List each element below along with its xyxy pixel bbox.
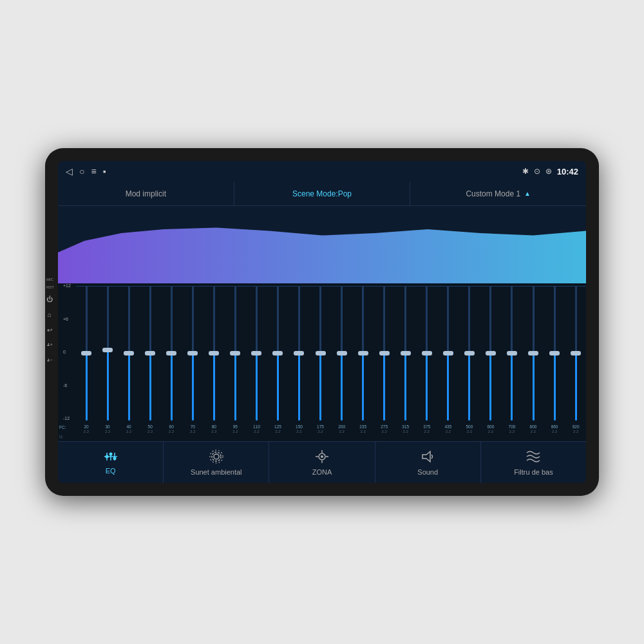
slider-thumb[interactable] bbox=[124, 351, 134, 355]
mode-tab-scene[interactable]: Scene Mode:Pop bbox=[234, 182, 411, 205]
slider-track[interactable] bbox=[277, 286, 279, 421]
mode-tabs: Mod implicit Scene Mode:Pop Custom Mode … bbox=[58, 182, 586, 206]
freq-value: 800 bbox=[530, 424, 537, 430]
slider-thumb[interactable] bbox=[251, 351, 261, 355]
slider-track[interactable] bbox=[447, 286, 449, 421]
slider-track[interactable] bbox=[362, 286, 364, 421]
slider-track[interactable] bbox=[86, 286, 88, 421]
slider-fill bbox=[554, 354, 556, 421]
slider-col[interactable] bbox=[97, 283, 118, 423]
slider-thumb[interactable] bbox=[379, 351, 390, 355]
nav-filtru[interactable]: Filtru de bas bbox=[481, 442, 586, 483]
slider-track[interactable] bbox=[341, 286, 343, 421]
slider-thumb[interactable] bbox=[528, 351, 538, 355]
slider-track[interactable] bbox=[256, 286, 258, 421]
slider-thumb[interactable] bbox=[102, 348, 113, 352]
slider-thumb[interactable] bbox=[230, 351, 240, 355]
slider-col[interactable] bbox=[523, 283, 544, 423]
slider-track[interactable] bbox=[319, 286, 321, 421]
menu-nav-button[interactable]: ≡ bbox=[91, 166, 96, 176]
slider-col[interactable] bbox=[395, 283, 416, 423]
slider-track[interactable] bbox=[298, 286, 300, 421]
slider-track[interactable] bbox=[533, 286, 535, 421]
slider-col[interactable] bbox=[267, 283, 288, 423]
slider-track[interactable] bbox=[554, 286, 556, 421]
slider-col[interactable] bbox=[118, 283, 139, 423]
slider-thumb[interactable] bbox=[145, 351, 155, 355]
slider-thumb[interactable] bbox=[422, 351, 432, 355]
mode-tab-custom[interactable]: Custom Mode 1 ▲ bbox=[410, 182, 586, 205]
slider-col[interactable] bbox=[161, 283, 182, 423]
slider-track[interactable] bbox=[404, 286, 406, 421]
slider-track[interactable] bbox=[128, 286, 130, 421]
slider-track[interactable] bbox=[575, 286, 577, 421]
slider-track[interactable] bbox=[192, 286, 194, 421]
slider-track[interactable] bbox=[489, 286, 491, 421]
slider-track[interactable] bbox=[234, 286, 236, 421]
mode-tab-implicit[interactable]: Mod implicit bbox=[58, 182, 234, 205]
nav-zona[interactable]: ZONA bbox=[269, 442, 375, 483]
slider-thumb[interactable] bbox=[486, 351, 496, 355]
slider-thumb[interactable] bbox=[316, 351, 326, 355]
slider-col[interactable] bbox=[438, 283, 459, 423]
slider-track[interactable] bbox=[171, 286, 173, 421]
slider-track[interactable] bbox=[426, 286, 428, 421]
slider-col[interactable] bbox=[140, 283, 160, 423]
slider-thumb[interactable] bbox=[443, 351, 453, 355]
slider-track[interactable] bbox=[383, 286, 385, 421]
slider-col[interactable] bbox=[246, 283, 267, 423]
power-button[interactable]: ⏻ bbox=[44, 293, 55, 305]
freq-labels-row: 202.2302.2402.2502.2602.2702.2802.2952.2… bbox=[76, 423, 586, 441]
slider-fill bbox=[426, 354, 428, 421]
slider-col[interactable] bbox=[480, 283, 501, 423]
slider-col[interactable] bbox=[289, 283, 309, 423]
svg-point-7 bbox=[214, 454, 219, 459]
recents-nav-button[interactable]: ▪ bbox=[103, 166, 106, 176]
slider-thumb[interactable] bbox=[187, 351, 198, 355]
nav-sound[interactable]: Sound bbox=[375, 442, 481, 483]
nav-eq[interactable]: EQ bbox=[58, 442, 164, 483]
home-nav-button[interactable]: ○ bbox=[79, 166, 84, 176]
slider-thumb[interactable] bbox=[209, 351, 219, 355]
slider-thumb[interactable] bbox=[81, 351, 91, 355]
freq-label-col: 702.2 bbox=[182, 423, 203, 441]
slider-col[interactable] bbox=[225, 283, 245, 423]
nav-sunet[interactable]: Sunet ambiental bbox=[164, 442, 269, 483]
slider-track[interactable] bbox=[468, 286, 470, 421]
slider-fill bbox=[234, 354, 236, 421]
slider-col[interactable] bbox=[417, 283, 437, 423]
slider-thumb[interactable] bbox=[549, 351, 560, 355]
slider-col[interactable] bbox=[459, 283, 480, 423]
freq-value: 30 bbox=[105, 424, 109, 430]
slider-fill bbox=[149, 354, 151, 421]
slider-col[interactable] bbox=[502, 283, 522, 423]
vol-up-button[interactable]: ⁴⁺ bbox=[44, 339, 55, 351]
slider-thumb[interactable] bbox=[571, 351, 581, 355]
slider-thumb[interactable] bbox=[166, 351, 176, 355]
slider-thumb[interactable] bbox=[358, 351, 368, 355]
back-side-button[interactable]: ↩ bbox=[44, 324, 55, 336]
slider-thumb[interactable] bbox=[464, 351, 475, 355]
slider-col[interactable] bbox=[332, 283, 352, 423]
slider-col[interactable] bbox=[353, 283, 374, 423]
slider-thumb[interactable] bbox=[294, 351, 304, 355]
slider-col[interactable] bbox=[310, 283, 331, 423]
slider-col[interactable] bbox=[374, 283, 395, 423]
slider-col[interactable] bbox=[182, 283, 203, 423]
slider-track[interactable] bbox=[511, 286, 513, 421]
freq-value: 235 bbox=[359, 424, 366, 430]
slider-thumb[interactable] bbox=[507, 351, 517, 355]
back-nav-button[interactable]: ◁ bbox=[66, 166, 73, 176]
slider-thumb[interactable] bbox=[337, 351, 347, 355]
vol-down-button[interactable]: ⁴⁻ bbox=[44, 355, 55, 366]
slider-thumb[interactable] bbox=[401, 351, 411, 355]
slider-track[interactable] bbox=[213, 286, 215, 421]
slider-thumb[interactable] bbox=[272, 351, 283, 355]
slider-col[interactable] bbox=[544, 283, 565, 423]
slider-col[interactable] bbox=[76, 283, 97, 423]
slider-col[interactable] bbox=[204, 283, 224, 423]
slider-col[interactable] bbox=[565, 283, 586, 423]
slider-track[interactable] bbox=[107, 286, 109, 421]
home-side-button[interactable]: ⌂ bbox=[44, 308, 55, 320]
slider-track[interactable] bbox=[149, 286, 151, 421]
